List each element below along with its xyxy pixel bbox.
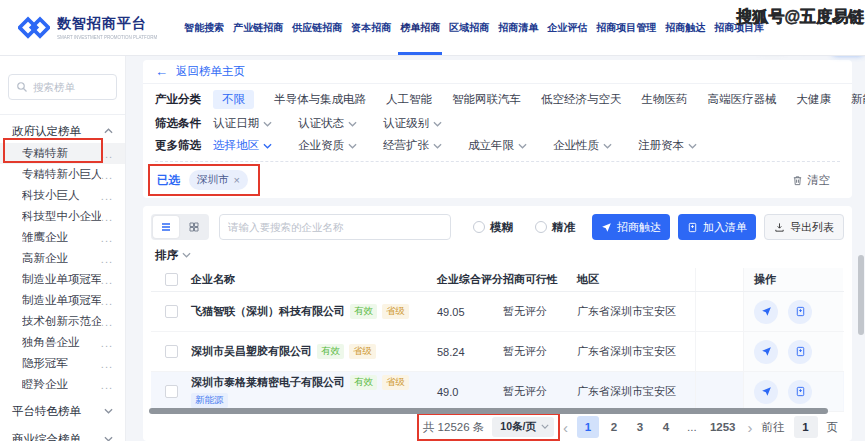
item-more-icon[interactable]: ... bbox=[101, 211, 113, 223]
precise-radio[interactable]: 精准 bbox=[535, 220, 575, 235]
filter-dropdown[interactable]: 成立年限 bbox=[468, 138, 527, 153]
sidebar-item[interactable]: 雏鹰企业 ... bbox=[0, 227, 125, 248]
row-checkbox[interactable] bbox=[165, 345, 178, 358]
row-reach-button[interactable] bbox=[754, 380, 778, 404]
sidebar-item[interactable]: 专精特新 ... bbox=[0, 143, 125, 164]
sidebar-group-government[interactable]: 政府认定榜单 bbox=[0, 119, 125, 143]
page-button[interactable]: 4 bbox=[655, 416, 677, 438]
chevron-up-icon bbox=[104, 128, 113, 134]
filter-dropdown[interactable]: 注册资本 bbox=[638, 138, 697, 153]
company-name[interactable]: 深圳市吴昌塑胶有限公司 bbox=[191, 344, 312, 359]
item-more-icon[interactable]: ... bbox=[101, 253, 113, 265]
category-option[interactable]: 新能源 bbox=[851, 90, 865, 109]
sidebar-item[interactable]: 制造业单项冠军培育... ... bbox=[0, 290, 125, 311]
sidebar-group[interactable]: 商业综合榜单 bbox=[0, 427, 125, 441]
filter-dropdown[interactable]: 认证级别 bbox=[383, 116, 442, 131]
remove-tag-icon[interactable]: × bbox=[234, 175, 240, 186]
reach-button[interactable]: 招商触达 bbox=[592, 214, 670, 240]
category-option[interactable]: 人工智能 bbox=[386, 90, 432, 109]
page-button[interactable]: ... bbox=[681, 416, 703, 438]
page-button[interactable]: 1 bbox=[577, 416, 599, 438]
row-reach-button[interactable] bbox=[754, 340, 778, 364]
page-size-select[interactable]: 10条/页 bbox=[492, 417, 554, 437]
nav-item[interactable]: 区域招商 bbox=[449, 0, 489, 55]
item-more-icon[interactable]: ... bbox=[101, 295, 113, 307]
filter-dropdown[interactable]: 选择地区 bbox=[213, 138, 272, 153]
company-name[interactable]: 飞猫智联（深圳）科技有限公司 bbox=[191, 304, 345, 319]
sidebar-item[interactable]: 科技小巨人 ... bbox=[0, 185, 125, 206]
item-more-icon[interactable]: ... bbox=[101, 337, 113, 349]
item-more-icon[interactable]: ... bbox=[101, 316, 113, 328]
category-option[interactable]: 低空经济与空天 bbox=[541, 90, 622, 109]
filter-dropdown[interactable]: 认证状态 bbox=[298, 116, 357, 131]
back-link[interactable]: ← 返回榜单主页 bbox=[143, 60, 852, 84]
horizontal-scrollbar[interactable] bbox=[149, 408, 828, 414]
sidebar-item[interactable]: 瞪羚企业 ... bbox=[0, 374, 125, 395]
sort-control[interactable]: 排序 bbox=[155, 248, 844, 262]
item-more-icon[interactable]: ... bbox=[101, 232, 113, 244]
item-more-icon[interactable]: ... bbox=[101, 169, 113, 181]
row-checkbox[interactable] bbox=[165, 385, 178, 398]
sidebar-item[interactable]: 科技型中小企业 ... bbox=[0, 206, 125, 227]
company-search-input[interactable] bbox=[219, 214, 451, 240]
item-more-icon[interactable]: ... bbox=[101, 190, 113, 202]
nav-item[interactable]: 供应链招商 bbox=[292, 0, 342, 55]
row-reach-button[interactable] bbox=[754, 300, 778, 324]
filter-dropdown[interactable]: 企业资质 bbox=[298, 138, 357, 153]
page-button[interactable]: 1253 bbox=[707, 416, 739, 438]
filter-dropdown[interactable]: 认证日期 bbox=[213, 116, 272, 131]
region-cell: 广东省深圳市宝安区 bbox=[577, 344, 695, 359]
select-all-checkbox[interactable] bbox=[165, 273, 178, 286]
sidebar-item[interactable]: 隐形冠军 ... bbox=[0, 353, 125, 374]
category-option[interactable]: 半导体与集成电路 bbox=[274, 90, 366, 109]
category-option[interactable]: 高端医疗器械 bbox=[708, 90, 777, 109]
category-option[interactable]: 不限 bbox=[213, 90, 254, 109]
nav-item[interactable]: 资本招商 bbox=[351, 0, 391, 55]
prev-page-button[interactable]: ‹ bbox=[563, 420, 568, 435]
list-view-button[interactable] bbox=[153, 216, 179, 238]
filter-dropdown[interactable]: 企业性质 bbox=[553, 138, 612, 153]
item-more-icon[interactable]: ... bbox=[101, 274, 113, 286]
clear-filters-button[interactable]: 清空 bbox=[792, 173, 838, 188]
nav-item[interactable]: 产业链招商 bbox=[233, 0, 283, 55]
sidebar-item[interactable]: 技术创新示范企业 ... bbox=[0, 311, 125, 332]
category-option[interactable]: 智能网联汽车 bbox=[452, 90, 521, 109]
filter-dropdown[interactable]: 经营扩张 bbox=[383, 138, 442, 153]
row-add-list-button[interactable] bbox=[788, 340, 812, 364]
vertical-scrollbar[interactable] bbox=[858, 255, 864, 335]
sidebar-item[interactable]: 高新企业 ... bbox=[0, 248, 125, 269]
nav-item[interactable]: 榜单招商 bbox=[400, 0, 440, 55]
main-content: ← 返回榜单主页 产业分类 不限 半导体与集成电路 人工智能 智能网联汽车 bbox=[126, 56, 865, 441]
nav-item[interactable]: 招商清单 bbox=[498, 0, 538, 55]
selected-region-tag[interactable]: 深圳市 × bbox=[189, 170, 248, 190]
company-name[interactable]: 深圳市泰格莱精密电子有限公司 bbox=[191, 375, 345, 390]
row-add-list-button[interactable] bbox=[788, 300, 812, 324]
sidebar-item[interactable]: 专精特新小巨人 ... bbox=[0, 164, 125, 185]
goto-page-input[interactable]: 1 bbox=[794, 416, 818, 438]
page-button[interactable]: 3 bbox=[629, 416, 651, 438]
logo-icon bbox=[18, 16, 50, 40]
item-more-icon[interactable]: ... bbox=[101, 379, 113, 391]
add-to-list-button[interactable]: 加入清单 bbox=[678, 214, 756, 240]
category-option[interactable]: 大健康 bbox=[797, 90, 832, 109]
row-checkbox[interactable] bbox=[165, 305, 178, 318]
nav-item[interactable]: 智能搜索 bbox=[184, 0, 224, 55]
sidebar-item[interactable]: 独角兽企业 ... bbox=[0, 332, 125, 353]
nav-item[interactable]: 招商触达 bbox=[665, 0, 705, 55]
sidebar-item[interactable]: 制造业单项冠军 ... bbox=[0, 269, 125, 290]
nav-item[interactable]: 招商项目管理 bbox=[596, 0, 656, 55]
page-button[interactable]: 2 bbox=[603, 416, 625, 438]
grid-view-button[interactable] bbox=[181, 216, 207, 238]
item-more-icon[interactable]: ... bbox=[101, 148, 113, 160]
next-page-button[interactable]: › bbox=[748, 420, 753, 435]
sidebar-group[interactable]: 平台特色榜单 bbox=[0, 399, 125, 423]
row-add-list-button[interactable] bbox=[788, 380, 812, 404]
nav-item[interactable]: 企业评估 bbox=[547, 0, 587, 55]
category-option[interactable]: 生物医药 bbox=[642, 90, 688, 109]
item-more-icon[interactable]: ... bbox=[101, 358, 113, 370]
export-button[interactable]: 导出列表 bbox=[764, 214, 844, 240]
filter-dropdown-label: 注册资本 bbox=[638, 138, 684, 153]
feasibility-cell: 暂无评分 bbox=[503, 384, 577, 399]
page-list: 1 2 3 4 ... 1253 bbox=[577, 416, 739, 438]
fuzzy-radio[interactable]: 模糊 bbox=[473, 220, 513, 235]
